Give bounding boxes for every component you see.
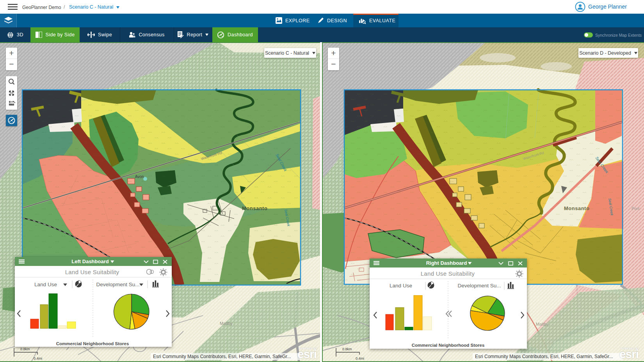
svg-text:Maltby: Maltby [220, 321, 233, 326]
svg-text:Development Su...: Development Su... [457, 283, 501, 289]
svg-text:Land Use: Land Use [390, 283, 412, 289]
svg-text:0.8km: 0.8km [342, 347, 352, 351]
svg-text:0.4mi: 0.4mi [356, 357, 364, 360]
svg-text:0.8km: 0.8km [20, 347, 30, 351]
svg-text:Right Dashboard: Right Dashboard [426, 260, 467, 266]
svg-text:Left Dashboard: Left Dashboard [71, 259, 109, 264]
svg-text:Land Use: Land Use [34, 282, 57, 287]
svg-text:Port: Port [632, 206, 639, 211]
svg-text:0.4mi: 0.4mi [34, 357, 42, 360]
svg-text:Maltby: Maltby [536, 322, 549, 326]
svg-text:Commercial Neighborhood Stores: Commercial Neighborhood Stores [412, 343, 485, 348]
svg-text:Land Use Suitability: Land Use Suitability [421, 270, 475, 277]
svg-text:Development Su...: Development Su... [96, 282, 139, 287]
svg-text:Land Use Suitability: Land Use Suitability [65, 269, 119, 275]
svg-text:Commercial Neighborhood Stores: Commercial Neighborhood Stores [56, 341, 129, 346]
